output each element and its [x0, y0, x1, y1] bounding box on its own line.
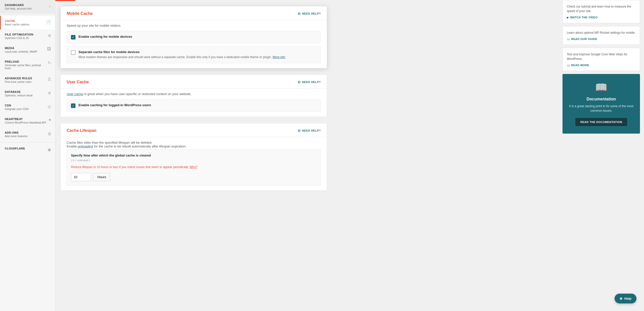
user-cache-help-button[interactable]: ⊙ NEED HELP? [298, 80, 321, 84]
user-cache-header: User Cache ⊙ NEED HELP? [61, 75, 327, 89]
tip-link-2[interactable]: 📖 READ MORE [567, 64, 636, 67]
sidebar-item-subtitle-heartbeat: Control WordPress Heartbeat API [5, 121, 47, 124]
sidebar-item-title-advanced-rules: ADVANCED RULES [5, 77, 46, 80]
sidebar-item-subtitle-dashboard: Get help, account info [5, 7, 47, 10]
sidebar-item-title-file-optimization: FILE OPTIMIZATION [5, 33, 46, 36]
spec-label: Specify time after which the global cach… [71, 153, 316, 157]
why-link[interactable]: Why? [190, 165, 197, 169]
sidebar-item-preload[interactable]: PRELOAD Generate cache files, preload fo… [0, 57, 55, 73]
lifespan-unit-button[interactable]: Hours [93, 173, 110, 181]
cache-lifespan-help-button[interactable]: ⊙ NEED HELP? [298, 129, 321, 133]
sidebar-item-title-add-ons: ADD-ONS [5, 131, 46, 134]
tip-card-2: Test and Improve Google Core Web Vitals … [562, 48, 640, 71]
checkbox-label-enable-mobile-caching: Enable caching for mobile devices [78, 35, 132, 38]
tip-link-text-1: READ OUR GUIDE [571, 37, 597, 41]
mobile-cache-title: Mobile Cache [67, 11, 93, 16]
help-icon-2: ⊙ [298, 80, 301, 84]
checkbox-label-enable-logged-in-caching: Enable caching for logged-in WordPress u… [78, 103, 151, 107]
sidebar-icon-preload: ↻ [48, 60, 51, 65]
mobile-cache-header: Mobile Cache ⊙ NEED HELP? [61, 6, 327, 20]
sidebar-icon-file-optimization: ⊕ [48, 33, 51, 38]
sidebar-item-subtitle-preload: Generate cache files, preload fonts [5, 64, 46, 70]
sidebar-item-title-cloudflare: Cloudflare [5, 147, 46, 150]
sidebar-item-subtitle-add-ons: Add more features [5, 135, 46, 138]
sidebar-item-subtitle-cache: Basic cache options [5, 23, 45, 26]
tip-link-text-2: READ MORE [571, 64, 589, 67]
help-icon: ⊙ [298, 12, 301, 16]
tip-card-1: Learn about optimal WP Rocket settings f… [562, 26, 640, 45]
sidebar-item-subtitle-file-optimization: Optimize CSS & JS [5, 36, 46, 40]
user-cache-section: User Cache ⊙ NEED HELP? User cache is gr… [60, 74, 327, 117]
tip-text-0: Check our tutorial and learn how to meas… [567, 4, 636, 13]
mobile-cache-help-button[interactable]: ⊙ NEED HELP? [298, 12, 321, 16]
sidebar-item-title-preload: PRELOAD [5, 60, 46, 63]
sidebar-icon-cdn: ◎ [48, 104, 51, 109]
sidebar-icon-database: ⊗ [48, 91, 51, 95]
tip-link-0[interactable]: ▶ WATCH THE VIDEO [567, 16, 636, 19]
cache-lifespan-title: Cache Lifespan [67, 128, 96, 133]
sidebar-icon-heartbeat: ♥ [49, 118, 51, 122]
checkbox-label-separate-cache-files: Separate cache files for mobile devices [78, 50, 285, 54]
preloading-link[interactable]: preloading [78, 144, 93, 148]
sidebar-icon-dashboard: ⌂ [49, 4, 51, 8]
tip-link-icon-2: 📖 [567, 64, 570, 67]
sidebar-item-title-media: MEDIA [5, 47, 46, 50]
more-info-link[interactable]: More info [273, 55, 285, 59]
sidebar-item-cache[interactable]: CACHE Basic cache options 📄 [0, 16, 55, 29]
sidebar-item-advanced-rules[interactable]: ADVANCED RULES Fine-tune cache rules ☰ [0, 73, 55, 87]
sidebar-item-title-cdn: CDN [5, 104, 46, 107]
cache-lifespan-description: Cache files older than the specified lif… [61, 137, 327, 149]
mobile-cache-section: Mobile Cache ⊙ NEED HELP? Speed up your … [60, 6, 327, 68]
checkbox-enable-mobile-caching[interactable]: ✓ [71, 35, 75, 40]
doc-card-desc: It is a great starting point to fix some… [568, 104, 635, 113]
sidebar-item-subtitle-cdn: Integrate your CDN [5, 107, 46, 110]
sidebar-item-heartbeat[interactable]: HEARTBEAT Control WordPress Heartbeat AP… [0, 114, 55, 128]
checkbox-row-separate-cache-files: Separate cache files for mobile devices … [67, 46, 321, 63]
sidebar-item-subtitle-advanced-rules: Fine-tune cache rules [5, 80, 46, 83]
tip-text-2: Test and Improve Google Core Web Vitals … [567, 52, 636, 61]
tip-link-icon-1: 📖 [567, 38, 570, 41]
sidebar-item-subtitle-media: LazyLoad, embeds, WebP [5, 50, 46, 53]
cache-lifespan-section: Cache Lifespan ⊙ NEED HELP? Cache files … [60, 123, 327, 191]
sidebar-item-cdn[interactable]: CDN Integrate your CDN ◎ [0, 100, 55, 114]
tip-text-1: Learn about optimal WP Rocket settings f… [567, 30, 636, 35]
sidebar-item-title-dashboard: DASHBOARD [5, 4, 47, 7]
tip-link-1[interactable]: 📖 READ OUR GUIDE [567, 37, 636, 41]
help-fab-button[interactable]: ⊗ Help [615, 294, 636, 303]
sidebar-item-title-cache: CACHE [5, 19, 45, 22]
spec-sublabel: ( 0 = unlimited ) [71, 159, 316, 162]
lifespan-value-input[interactable] [71, 173, 91, 181]
doc-card: 📖 Documentation It is a great starting p… [562, 74, 640, 134]
help-icon-3: ⊙ [298, 129, 301, 133]
checkbox-row-enable-mobile-caching: ✓ Enable caching for mobile devices [67, 31, 321, 43]
lifespan-hint: Reduce lifespan to 10 hours or less if y… [71, 165, 316, 169]
doc-card-title: Documentation [568, 97, 635, 101]
right-sidebar: Check our tutorial and learn how to meas… [558, 0, 644, 311]
sidebar-item-title-heartbeat: HEARTBEAT [5, 118, 47, 121]
user-cache-link[interactable]: User cache [67, 92, 83, 96]
sidebar-icon-cloudflare: ◉ [48, 147, 51, 152]
sidebar-item-media[interactable]: MEDIA LazyLoad, embeds, WebP 🖼 [0, 43, 55, 57]
user-cache-description: User cache is great when you have user-s… [61, 89, 327, 99]
mobile-cache-body: ✓ Enable caching for mobile devices Sepa… [61, 31, 327, 68]
sidebar-icon-advanced-rules: ☰ [48, 77, 51, 82]
sidebar-item-cloudflare[interactable]: Cloudflare ◉ [0, 143, 55, 156]
read-documentation-button[interactable]: READ THE DOCUMENTATION [575, 118, 627, 126]
sidebar-icon-media: 🖼 [47, 47, 51, 51]
tip-link-icon-0: ▶ [567, 16, 569, 19]
help-fab-icon: ⊗ [620, 297, 622, 300]
sidebar-item-database[interactable]: DATABASE Optimize, reduce bloat ⊗ [0, 87, 55, 100]
checkbox-separate-cache-files[interactable] [71, 50, 75, 55]
sidebar-item-dashboard[interactable]: DASHBOARD Get help, account info ⌂ [0, 0, 55, 14]
lifespan-input-card: Specify time after which the global cach… [67, 149, 321, 185]
sidebar-icon-cache: 📄 [46, 20, 51, 24]
cache-lifespan-body: Specify time after which the global cach… [61, 149, 327, 190]
user-cache-body: ✓ Enable caching for logged-in WordPress… [61, 99, 327, 117]
main-content: Mobile Cache ⊙ NEED HELP? Speed up your … [55, 0, 558, 311]
checkbox-sublabel-separate-cache-files: Most modern themes are responsive and sh… [78, 55, 285, 59]
sidebar-item-add-ons[interactable]: ADD-ONS Add more features ⊞ [0, 128, 55, 141]
cache-lifespan-header: Cache Lifespan ⊙ NEED HELP? [61, 123, 327, 137]
checkbox-enable-logged-in-caching[interactable]: ✓ [71, 103, 75, 108]
doc-icon: 📖 [568, 82, 635, 93]
sidebar-item-file-optimization[interactable]: FILE OPTIMIZATION Optimize CSS & JS ⊕ [0, 29, 55, 43]
